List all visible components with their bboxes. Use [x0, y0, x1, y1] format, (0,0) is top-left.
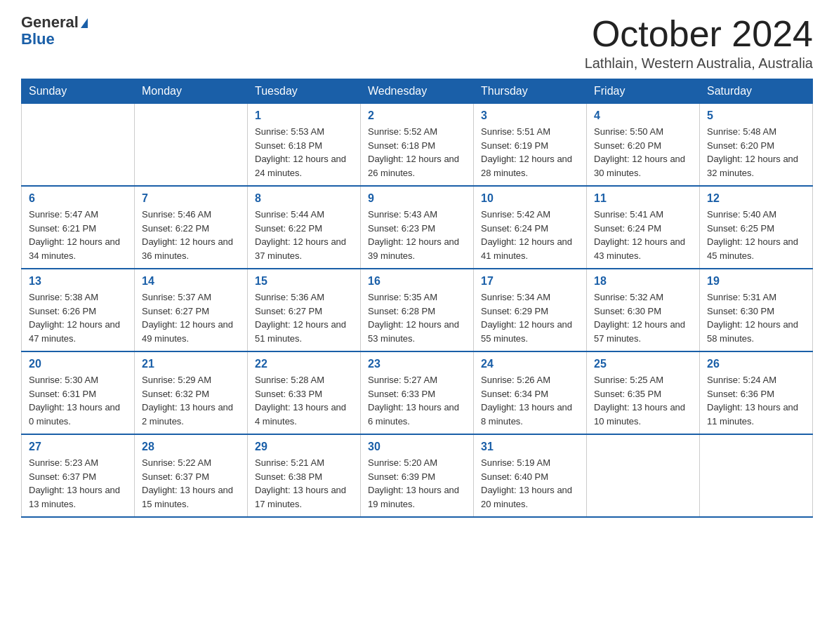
day-of-week-wednesday: Wednesday [361, 79, 474, 104]
calendar-cell: 11Sunrise: 5:41 AMSunset: 6:24 PMDayligh… [587, 186, 700, 269]
calendar-cell: 29Sunrise: 5:21 AMSunset: 6:38 PMDayligh… [248, 434, 361, 517]
logo: General Blue [21, 14, 88, 48]
calendar-cell: 7Sunrise: 5:46 AMSunset: 6:22 PMDaylight… [135, 186, 248, 269]
calendar-week-2: 6Sunrise: 5:47 AMSunset: 6:21 PMDaylight… [22, 186, 813, 269]
day-number: 9 [368, 192, 466, 205]
day-info: Sunrise: 5:36 AMSunset: 6:27 PMDaylight:… [255, 290, 353, 345]
day-info: Sunrise: 5:44 AMSunset: 6:22 PMDaylight:… [255, 208, 353, 262]
day-info: Sunrise: 5:48 AMSunset: 6:20 PMDaylight:… [707, 125, 805, 180]
calendar-cell: 28Sunrise: 5:22 AMSunset: 6:37 PMDayligh… [135, 434, 248, 517]
day-info: Sunrise: 5:42 AMSunset: 6:24 PMDaylight:… [481, 208, 579, 262]
calendar-cell: 5Sunrise: 5:48 AMSunset: 6:20 PMDaylight… [700, 104, 813, 187]
day-info: Sunrise: 5:46 AMSunset: 6:22 PMDaylight:… [142, 208, 240, 262]
calendar-cell: 13Sunrise: 5:38 AMSunset: 6:26 PMDayligh… [22, 269, 135, 351]
day-number: 20 [29, 358, 127, 370]
calendar-cell: 26Sunrise: 5:24 AMSunset: 6:36 PMDayligh… [700, 351, 813, 434]
day-of-week-friday: Friday [587, 79, 700, 104]
day-number: 2 [368, 109, 466, 122]
day-info: Sunrise: 5:51 AMSunset: 6:19 PMDaylight:… [481, 125, 579, 180]
calendar-cell: 8Sunrise: 5:44 AMSunset: 6:22 PMDaylight… [248, 186, 361, 269]
calendar-cell: 27Sunrise: 5:23 AMSunset: 6:37 PMDayligh… [22, 434, 135, 517]
calendar-week-4: 20Sunrise: 5:30 AMSunset: 6:31 PMDayligh… [22, 351, 813, 434]
day-number: 3 [481, 109, 579, 122]
day-info: Sunrise: 5:53 AMSunset: 6:18 PMDaylight:… [255, 125, 353, 180]
day-info: Sunrise: 5:25 AMSunset: 6:35 PMDaylight:… [594, 373, 692, 428]
calendar-cell: 23Sunrise: 5:27 AMSunset: 6:33 PMDayligh… [361, 351, 474, 434]
calendar-body: 1Sunrise: 5:53 AMSunset: 6:18 PMDaylight… [22, 104, 813, 518]
day-info: Sunrise: 5:38 AMSunset: 6:26 PMDaylight:… [29, 290, 127, 345]
day-info: Sunrise: 5:28 AMSunset: 6:33 PMDaylight:… [255, 373, 353, 428]
days-of-week-row: SundayMondayTuesdayWednesdayThursdayFrid… [22, 79, 813, 104]
day-of-week-saturday: Saturday [700, 79, 813, 104]
day-number: 6 [29, 192, 127, 205]
day-info: Sunrise: 5:40 AMSunset: 6:25 PMDaylight:… [707, 208, 805, 262]
day-number: 28 [142, 441, 240, 453]
calendar-week-3: 13Sunrise: 5:38 AMSunset: 6:26 PMDayligh… [22, 269, 813, 351]
day-number: 31 [481, 441, 579, 453]
day-info: Sunrise: 5:37 AMSunset: 6:27 PMDaylight:… [142, 290, 240, 345]
logo-line1: General [21, 14, 88, 31]
calendar-cell: 6Sunrise: 5:47 AMSunset: 6:21 PMDaylight… [22, 186, 135, 269]
day-of-week-monday: Monday [135, 79, 248, 104]
day-number: 30 [368, 441, 466, 453]
day-info: Sunrise: 5:29 AMSunset: 6:32 PMDaylight:… [142, 373, 240, 428]
day-info: Sunrise: 5:26 AMSunset: 6:34 PMDaylight:… [481, 373, 579, 428]
day-of-week-thursday: Thursday [474, 79, 587, 104]
day-number: 10 [481, 192, 579, 205]
calendar-week-1: 1Sunrise: 5:53 AMSunset: 6:18 PMDaylight… [22, 104, 813, 187]
day-of-week-sunday: Sunday [22, 79, 135, 104]
logo-general-text: General [21, 13, 79, 31]
calendar-cell: 19Sunrise: 5:31 AMSunset: 6:30 PMDayligh… [700, 269, 813, 351]
day-number: 16 [368, 275, 466, 288]
calendar-cell: 12Sunrise: 5:40 AMSunset: 6:25 PMDayligh… [700, 186, 813, 269]
calendar-cell: 21Sunrise: 5:29 AMSunset: 6:32 PMDayligh… [135, 351, 248, 434]
day-info: Sunrise: 5:43 AMSunset: 6:23 PMDaylight:… [368, 208, 466, 262]
day-info: Sunrise: 5:27 AMSunset: 6:33 PMDaylight:… [368, 373, 466, 428]
day-number: 27 [29, 441, 127, 453]
calendar-cell: 10Sunrise: 5:42 AMSunset: 6:24 PMDayligh… [474, 186, 587, 269]
day-number: 11 [594, 192, 692, 205]
calendar-cell: 15Sunrise: 5:36 AMSunset: 6:27 PMDayligh… [248, 269, 361, 351]
day-number: 5 [707, 109, 805, 122]
calendar-week-5: 27Sunrise: 5:23 AMSunset: 6:37 PMDayligh… [22, 434, 813, 517]
calendar-cell [700, 434, 813, 517]
day-number: 8 [255, 192, 353, 205]
day-number: 7 [142, 192, 240, 205]
page-header: General Blue October 2024 Lathlain, West… [21, 14, 813, 72]
calendar-cell: 4Sunrise: 5:50 AMSunset: 6:20 PMDaylight… [587, 104, 700, 187]
day-info: Sunrise: 5:50 AMSunset: 6:20 PMDaylight:… [594, 125, 692, 180]
day-of-week-tuesday: Tuesday [248, 79, 361, 104]
day-info: Sunrise: 5:20 AMSunset: 6:39 PMDaylight:… [368, 456, 466, 511]
day-number: 15 [255, 275, 353, 288]
day-info: Sunrise: 5:34 AMSunset: 6:29 PMDaylight:… [481, 290, 579, 345]
day-number: 23 [368, 358, 466, 370]
day-number: 12 [707, 192, 805, 205]
day-number: 19 [707, 275, 805, 288]
day-info: Sunrise: 5:19 AMSunset: 6:40 PMDaylight:… [481, 456, 579, 511]
calendar-cell [22, 104, 135, 187]
day-number: 18 [594, 275, 692, 288]
logo-triangle-icon [81, 18, 88, 28]
month-title: October 2024 [585, 14, 813, 54]
day-number: 13 [29, 275, 127, 288]
calendar-cell: 1Sunrise: 5:53 AMSunset: 6:18 PMDaylight… [248, 104, 361, 187]
day-info: Sunrise: 5:30 AMSunset: 6:31 PMDaylight:… [29, 373, 127, 428]
title-section: October 2024 Lathlain, Western Australia… [585, 14, 813, 72]
calendar-table: SundayMondayTuesdayWednesdayThursdayFrid… [21, 79, 813, 518]
day-number: 29 [255, 441, 353, 453]
calendar-cell [135, 104, 248, 187]
day-info: Sunrise: 5:31 AMSunset: 6:30 PMDaylight:… [707, 290, 805, 345]
day-info: Sunrise: 5:47 AMSunset: 6:21 PMDaylight:… [29, 208, 127, 262]
calendar-cell: 3Sunrise: 5:51 AMSunset: 6:19 PMDaylight… [474, 104, 587, 187]
day-number: 4 [594, 109, 692, 122]
calendar-cell: 30Sunrise: 5:20 AMSunset: 6:39 PMDayligh… [361, 434, 474, 517]
calendar-cell: 22Sunrise: 5:28 AMSunset: 6:33 PMDayligh… [248, 351, 361, 434]
calendar-cell [587, 434, 700, 517]
calendar-cell: 24Sunrise: 5:26 AMSunset: 6:34 PMDayligh… [474, 351, 587, 434]
day-number: 25 [594, 358, 692, 370]
logo-blue-text: Blue [21, 30, 55, 48]
day-info: Sunrise: 5:24 AMSunset: 6:36 PMDaylight:… [707, 373, 805, 428]
calendar-cell: 31Sunrise: 5:19 AMSunset: 6:40 PMDayligh… [474, 434, 587, 517]
day-number: 21 [142, 358, 240, 370]
day-info: Sunrise: 5:21 AMSunset: 6:38 PMDaylight:… [255, 456, 353, 511]
